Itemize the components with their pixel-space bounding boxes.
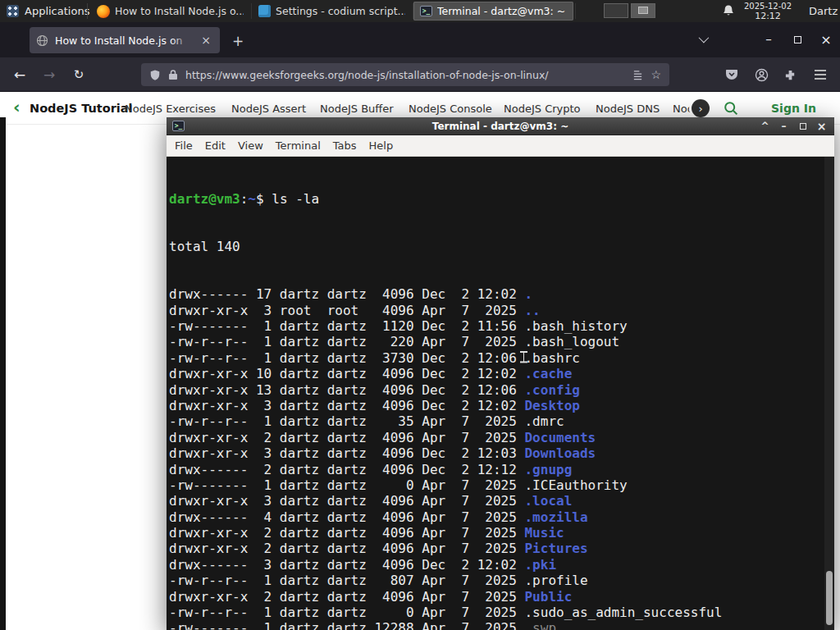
page-left-dark-strip	[0, 117, 6, 630]
subnav-link-assert[interactable]: NodeJS Assert	[231, 103, 306, 115]
search-icon[interactable]	[724, 101, 738, 116]
terminal-window-icon: >_	[172, 121, 185, 131]
terminal-scrollbar-track[interactable]	[824, 157, 834, 630]
taskbar-item-label: Settings - codium script...	[276, 5, 405, 17]
workspace-window-miniature	[638, 7, 648, 14]
terminal-output-line: drwxr-xr-x 3 dartz dartz 4096 Dec 2 12:0…	[169, 445, 834, 461]
terminal-title: Terminal - dartz@vm3: ~	[167, 121, 834, 132]
taskbar-item-codium[interactable]: Settings - codium script...	[252, 2, 412, 21]
workspace-switcher	[604, 3, 655, 18]
reader-mode-icon[interactable]	[632, 70, 643, 80]
terminal-menubar: File Edit View Terminal Tabs Help	[167, 135, 834, 157]
terminal-window: >_ Terminal - dartz@vm3: ~ ^ – × File Ed…	[167, 117, 834, 630]
new-tab-button[interactable]: +	[226, 30, 249, 52]
firefox-icon	[97, 5, 110, 18]
tab-favicon	[36, 34, 48, 47]
menu-edit[interactable]: Edit	[205, 139, 226, 152]
tutorial-title[interactable]: NodeJS Tutorial	[30, 102, 133, 115]
menu-tabs[interactable]: Tabs	[333, 139, 357, 152]
subnav-back-chevron-icon[interactable]: ‹	[13, 97, 21, 118]
terminal-scrollbar-thumb[interactable]	[826, 571, 833, 625]
subnav-link-exercises[interactable]: NodeJS Exercises	[125, 103, 216, 115]
sign-in-button[interactable]: Sign In	[771, 102, 816, 115]
browser-close-button[interactable]: ×	[814, 27, 838, 52]
clock-date: 2025-12-02	[744, 2, 792, 11]
terminal-output-line: -rw-r--r-- 1 dartz dartz 220 Apr 7 2025 …	[169, 334, 834, 349]
subnav-scroll-right-icon[interactable]: ›	[692, 99, 710, 117]
pocket-icon[interactable]	[720, 63, 743, 86]
clock-time: 12:12	[755, 11, 781, 21]
terminal-output-line: -rw-r--r-- 1 dartz dartz 35 Apr 7 2025 .…	[169, 413, 834, 429]
terminal-command: ls -la	[272, 191, 319, 207]
notification-bell-icon[interactable]	[722, 4, 737, 19]
prompt-userhost: dartz@vm3	[169, 191, 240, 207]
lock-icon[interactable]	[168, 69, 178, 80]
panel-username[interactable]: Dartz	[809, 5, 838, 17]
panel-separator	[87, 3, 88, 19]
subnav-link-buffer[interactable]: NodeJS Buffer	[320, 103, 394, 115]
menu-help[interactable]: Help	[369, 139, 394, 152]
terminal-output-line: drwxr-xr-x 13 dartz dartz 4096 Dec 2 12:…	[169, 382, 834, 398]
clock[interactable]: 2025-12-02 12:12	[740, 2, 796, 21]
tab-title: How to Install Node.js on	[55, 34, 192, 47]
terminal-content[interactable]: dartz@vm3:~$ ls -la total 140 drwx------…	[167, 157, 834, 630]
terminal-output-line: -rw-r--r-- 1 dartz dartz 0 Apr 7 2025 .s…	[169, 605, 834, 620]
terminal-output-line: drwxr-xr-x 3 root root 4096 Apr 7 2025 .…	[169, 303, 834, 318]
tab-close-icon[interactable]: ×	[199, 33, 213, 48]
terminal-output-line: -rw-r--r-- 1 dartz dartz 3730 Dec 2 12:0…	[169, 350, 834, 366]
maximize-icon	[800, 123, 806, 130]
terminal-icon: >_	[420, 6, 432, 16]
url-text[interactable]: https://www.geeksforgeeks.org/node-js/in…	[185, 69, 625, 81]
tracking-shield-icon[interactable]	[149, 69, 161, 81]
terminal-output-line: drwx------ 3 dartz dartz 4096 Dec 2 12:0…	[169, 557, 834, 573]
terminal-output-line: drwxr-xr-x 2 dartz dartz 4096 Apr 7 2025…	[169, 525, 834, 541]
subnav-link-dns[interactable]: NodeJS DNS	[596, 103, 660, 115]
browser-tab[interactable]: How to Install Node.js on ×	[30, 27, 220, 53]
top-panel: Applications How to Install Node.js o...…	[0, 0, 840, 22]
terminal-listing: drwx------ 17 dartz dartz 4096 Dec 2 12:…	[169, 286, 834, 630]
extensions-icon[interactable]	[778, 63, 801, 86]
applications-label: Applications	[25, 5, 89, 17]
subnav-link-crypto[interactable]: NodeJS Crypto	[504, 103, 581, 115]
terminal-window-controls: ^ – ×	[756, 117, 831, 135]
terminal-titlebar[interactable]: >_ Terminal - dartz@vm3: ~ ^ – ×	[167, 117, 834, 135]
terminal-minimize-button[interactable]: –	[774, 117, 793, 135]
terminal-output-line: drwxr-xr-x 3 dartz dartz 4096 Apr 7 2025…	[169, 493, 834, 509]
menu-file[interactable]: File	[175, 139, 193, 152]
menu-view[interactable]: View	[238, 139, 263, 152]
text-cursor-icon	[520, 351, 527, 363]
terminal-output-line: drwxr-xr-x 2 dartz dartz 4096 Apr 7 2025…	[169, 589, 834, 605]
reload-button[interactable]: ↻	[66, 62, 92, 88]
url-bar[interactable]: https://www.geeksforgeeks.org/node-js/in…	[141, 63, 669, 86]
terminal-output-line: drwxr-xr-x 2 dartz dartz 4096 Apr 7 2025…	[169, 430, 834, 445]
terminal-total-line: total 140	[169, 239, 834, 254]
browser-nav-bar: ← → ↻ https://www.geeksforgeeks.org/node…	[0, 57, 840, 92]
subnav-link-console[interactable]: NodeJS Console	[409, 103, 492, 115]
account-icon[interactable]	[750, 63, 773, 86]
terminal-maximize-button[interactable]	[793, 117, 812, 135]
terminal-shade-button[interactable]: ^	[756, 117, 774, 135]
browser-tab-bar: How to Install Node.js on × + – ×	[0, 22, 840, 57]
browser-maximize-button[interactable]	[785, 27, 810, 52]
maximize-icon	[794, 36, 801, 43]
bookmark-star-icon[interactable]: ☆	[651, 68, 661, 81]
hamburger-menu-icon[interactable]	[809, 63, 832, 86]
menu-terminal[interactable]: Terminal	[276, 139, 321, 152]
terminal-output-line: -rw------- 1 dartz dartz 12288 Apr 7 202…	[169, 620, 834, 630]
workspace-2[interactable]	[631, 3, 655, 18]
prompt-dollar: $	[256, 191, 272, 207]
prompt-colon: :	[240, 191, 249, 207]
terminal-close-button[interactable]: ×	[812, 117, 831, 135]
back-button[interactable]: ←	[7, 62, 33, 88]
workspace-1[interactable]	[604, 3, 628, 18]
taskbar-item-firefox[interactable]: How to Install Node.js o...	[90, 2, 250, 21]
taskbar-item-label: How to Install Node.js o...	[115, 5, 244, 17]
terminal-output-line: drwx------ 4 dartz dartz 4096 Apr 7 2025…	[169, 509, 834, 525]
forward-button[interactable]: →	[36, 62, 62, 88]
applications-menu-button[interactable]: Applications	[0, 0, 98, 22]
browser-minimize-button[interactable]: –	[756, 27, 781, 52]
terminal-output-line: drwxr-xr-x 3 dartz dartz 4096 Dec 2 12:0…	[169, 398, 834, 413]
list-all-tabs-icon[interactable]	[699, 33, 710, 43]
codium-icon	[258, 5, 271, 17]
taskbar-item-terminal[interactable]: >_ Terminal - dartz@vm3: ~	[413, 2, 573, 21]
